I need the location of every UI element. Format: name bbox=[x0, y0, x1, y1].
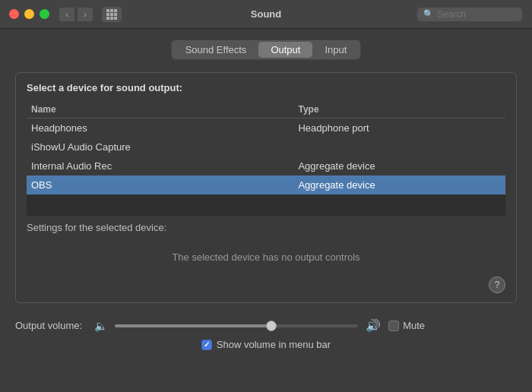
no-controls-text: The selected device has no output contro… bbox=[27, 239, 505, 270]
maximize-button[interactable] bbox=[40, 9, 49, 19]
search-icon: 🔍 bbox=[423, 9, 434, 19]
col-header-type: Type bbox=[293, 101, 505, 119]
table-row[interactable]: OBSAggregate device bbox=[27, 175, 505, 194]
tab-output[interactable]: Output bbox=[258, 42, 312, 58]
output-panel: Select a device for sound output: Name T… bbox=[15, 72, 517, 303]
settings-section: Settings for the selected device: The se… bbox=[27, 222, 505, 293]
forward-button[interactable]: › bbox=[77, 7, 93, 22]
mute-label: Mute bbox=[403, 320, 425, 331]
volume-low-icon: 🔈 bbox=[94, 320, 107, 332]
search-bar[interactable]: 🔍 bbox=[416, 7, 523, 22]
volume-slider[interactable] bbox=[115, 324, 358, 327]
device-table: Name Type HeadphonesHeadphone portiShowU… bbox=[27, 101, 505, 216]
back-button[interactable]: ‹ bbox=[59, 7, 75, 22]
search-input[interactable] bbox=[437, 9, 521, 20]
tab-sound-effects[interactable]: Sound Effects bbox=[173, 42, 259, 58]
main-content: Sound Effects Output Input Select a devi… bbox=[0, 29, 532, 303]
grid-icon bbox=[106, 9, 117, 20]
help-btn-row: ? bbox=[27, 277, 505, 293]
show-volume-row: Show volume in menu bar bbox=[15, 339, 517, 350]
device-name: OBS bbox=[27, 175, 293, 194]
panel-title: Select a device for sound output: bbox=[27, 82, 505, 93]
table-header-row: Name Type bbox=[27, 101, 505, 119]
minimize-button[interactable] bbox=[24, 9, 34, 19]
volume-label: Output volume: bbox=[15, 320, 82, 331]
help-button[interactable]: ? bbox=[489, 277, 505, 293]
app-grid-button[interactable] bbox=[101, 6, 122, 23]
table-row[interactable]: HeadphonesHeadphone port bbox=[27, 119, 505, 138]
device-type bbox=[293, 138, 505, 156]
title-bar: ‹ › Sound 🔍 bbox=[0, 0, 532, 29]
device-name: Headphones bbox=[27, 119, 293, 138]
show-volume-label: Show volume in menu bar bbox=[217, 339, 331, 350]
mute-row: Mute bbox=[388, 320, 425, 331]
tabs-container: Sound Effects Output Input bbox=[15, 40, 517, 60]
nav-buttons: ‹ › bbox=[59, 7, 93, 22]
table-row[interactable]: Internal Audio RecAggregate device bbox=[27, 156, 505, 175]
device-name: iShowU Audio Capture bbox=[27, 138, 293, 156]
close-button[interactable] bbox=[9, 9, 19, 19]
volume-high-icon: 🔊 bbox=[366, 318, 381, 333]
table-row-empty bbox=[27, 194, 505, 216]
volume-row: Output volume: 🔈 🔊 Mute bbox=[15, 318, 517, 333]
col-header-name: Name bbox=[27, 101, 293, 119]
empty-cell bbox=[27, 194, 505, 216]
settings-label: Settings for the selected device: bbox=[27, 222, 505, 233]
window-title: Sound bbox=[251, 8, 281, 20]
device-type: Aggregate device bbox=[293, 156, 505, 175]
device-type: Aggregate device bbox=[293, 175, 505, 194]
mute-checkbox[interactable] bbox=[388, 321, 399, 331]
bottom-controls: Output volume: 🔈 🔊 Mute Show volume in m… bbox=[0, 311, 532, 350]
show-volume-checkbox[interactable] bbox=[201, 340, 212, 350]
device-type: Headphone port bbox=[293, 119, 505, 138]
device-name: Internal Audio Rec bbox=[27, 156, 293, 175]
tab-input[interactable]: Input bbox=[312, 42, 359, 58]
traffic-lights bbox=[9, 9, 49, 19]
table-row[interactable]: iShowU Audio Capture bbox=[27, 138, 505, 156]
tabs: Sound Effects Output Input bbox=[171, 40, 362, 60]
